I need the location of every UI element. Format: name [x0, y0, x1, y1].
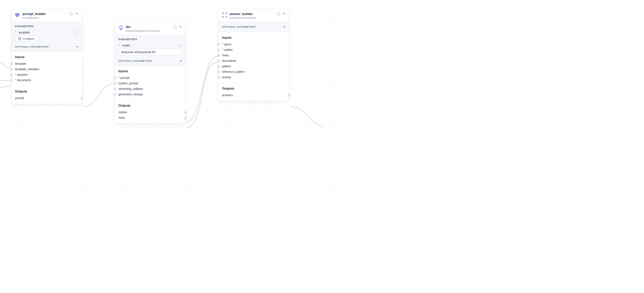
inputs-heading: Inputs: [118, 69, 182, 73]
output-meta[interactable]: meta: [118, 115, 182, 120]
input-question[interactable]: *question: [15, 72, 79, 77]
port-in[interactable]: [113, 82, 116, 85]
port-in[interactable]: [217, 71, 220, 73]
port-in[interactable]: [10, 79, 13, 82]
info-icon[interactable]: i: [70, 12, 73, 16]
svg-rect-2: [16, 15, 18, 16]
model-input[interactable]: [118, 49, 182, 55]
input-system-prompt[interactable]: system_prompt: [118, 81, 182, 86]
port-in[interactable]: [113, 93, 116, 96]
port-in[interactable]: [10, 62, 13, 65]
port-out[interactable]: [184, 111, 187, 114]
optional-parameters-label: OPTIONAL PARAMETERS: [15, 45, 49, 48]
input-pattern[interactable]: pattern: [222, 64, 286, 69]
optional-parameters-label: OPTIONAL PARAMETERS: [118, 60, 152, 62]
port-out[interactable]: [81, 97, 83, 100]
port-in[interactable]: [217, 54, 220, 57]
input-generation-kwargs[interactable]: generation_kwargs: [118, 92, 182, 97]
node-prompt-builder[interactable]: prompt_builder PromptBuilder i PARAMETER…: [12, 9, 82, 104]
optional-parameters-row[interactable]: OPTIONAL PARAMETERS: [15, 45, 79, 48]
parameters-heading: PARAMETERS: [15, 25, 79, 28]
optional-parameters-label: OPTIONAL PARAMETERS: [222, 25, 256, 28]
input-replies[interactable]: *replies: [222, 47, 286, 53]
node-answer-builder[interactable]: answer_builder DeepsetAnswerBuilder i OP…: [219, 9, 289, 101]
port-in[interactable]: [217, 76, 220, 79]
port-in[interactable]: [10, 73, 13, 76]
help-icon[interactable]: ?: [75, 31, 79, 34]
node-header[interactable]: answer_builder DeepsetAnswerBuilder i: [219, 9, 289, 22]
outputs-section: Outputs answers: [219, 83, 289, 101]
parameters-section: PARAMETERS * model ? OPTIONAL PARAMETERS: [115, 35, 185, 66]
configure-label: Configure: [23, 37, 34, 40]
param-model: * model ?: [118, 44, 182, 47]
node-title: answer_builder: [230, 12, 256, 16]
node-title: llm: [126, 25, 160, 29]
optional-parameters-row[interactable]: OPTIONAL PARAMETERS: [219, 22, 289, 32]
required-star: *: [118, 44, 120, 47]
info-icon[interactable]: i: [277, 12, 280, 16]
required-star: *: [118, 76, 120, 79]
required-star: *: [15, 31, 16, 34]
node-header[interactable]: llm DeepsetTogetherAIGenerator i: [115, 22, 185, 35]
outputs-section: Outputs prompt: [12, 86, 82, 104]
chevron-down-icon: [180, 60, 182, 62]
output-answers[interactable]: answers: [222, 92, 286, 98]
collapse-icon[interactable]: [76, 12, 79, 16]
info-icon[interactable]: i: [173, 25, 177, 29]
port-in[interactable]: [217, 65, 220, 68]
param-template: * template ?: [15, 31, 79, 34]
input-streaming-callback[interactable]: streaming_callback: [118, 86, 182, 92]
outputs-heading: Outputs: [118, 104, 182, 107]
port-in[interactable]: [113, 77, 116, 79]
outputs-heading: Outputs: [222, 87, 286, 90]
required-star: *: [15, 79, 16, 82]
input-prompt[interactable]: prompt: [222, 75, 286, 80]
input-reference-pattern[interactable]: reference_pattern: [222, 69, 286, 75]
inputs-heading: Inputs: [222, 36, 286, 39]
node-llm[interactable]: llm DeepsetTogetherAIGenerator i PARAMET…: [115, 22, 185, 123]
collapse-icon[interactable]: [283, 12, 286, 16]
chevron-down-icon: [76, 46, 79, 48]
port-out[interactable]: [288, 94, 291, 97]
node-subtitle: DeepsetAnswerBuilder: [230, 16, 256, 19]
parameters-section: PARAMETERS * template ? Configure OPTION…: [12, 22, 82, 51]
required-star: *: [222, 43, 223, 46]
collapse-icon[interactable]: [179, 25, 182, 29]
port-in[interactable]: [10, 68, 13, 71]
outputs-heading: Outputs: [15, 90, 79, 93]
input-prompt[interactable]: *prompt: [118, 75, 182, 81]
inputs-heading: Inputs: [15, 55, 79, 59]
required-star: *: [222, 48, 223, 51]
inputs-section: Inputs template template_variables *ques…: [12, 51, 82, 86]
output-replies[interactable]: replies: [118, 110, 182, 115]
input-documents[interactable]: documents: [222, 58, 286, 64]
required-star: *: [15, 73, 16, 76]
optional-parameters-row[interactable]: OPTIONAL PARAMETERS: [118, 60, 182, 62]
node-header[interactable]: prompt_builder PromptBuilder i: [12, 9, 82, 22]
chevron-down-icon: [283, 26, 286, 28]
focus-icon: [222, 12, 227, 18]
input-meta[interactable]: meta: [222, 53, 286, 58]
outputs-section: Outputs replies meta: [115, 100, 185, 123]
configure-button[interactable]: Configure: [15, 36, 37, 41]
input-documents[interactable]: *documents: [15, 77, 79, 83]
help-icon[interactable]: ?: [178, 44, 182, 47]
port-in[interactable]: [217, 49, 220, 51]
input-template[interactable]: template: [15, 61, 79, 66]
inputs-section: Inputs *prompt system_prompt streaming_c…: [115, 66, 185, 100]
port-in[interactable]: [217, 43, 220, 46]
parameters-heading: PARAMETERS: [118, 38, 182, 41]
inputs-section: Inputs *query *replies meta documents pa…: [219, 32, 289, 83]
port-in[interactable]: [113, 88, 116, 90]
output-prompt[interactable]: prompt: [15, 95, 79, 101]
param-label: model: [122, 44, 130, 47]
input-template-variables[interactable]: template_variables: [15, 66, 79, 72]
port-out[interactable]: [184, 116, 187, 119]
node-title: prompt_builder: [23, 12, 46, 16]
node-subtitle: DeepsetTogetherAIGenerator: [126, 29, 160, 32]
port-in[interactable]: [217, 60, 220, 62]
lightbulb-icon: [118, 25, 124, 31]
node-subtitle: PromptBuilder: [23, 16, 46, 19]
template-icon: [15, 12, 20, 18]
input-query[interactable]: *query: [222, 42, 286, 47]
